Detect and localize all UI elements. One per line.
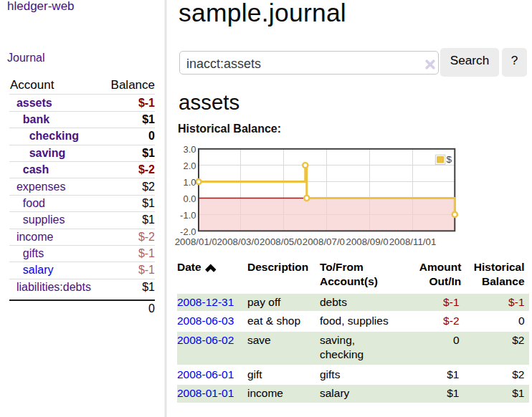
svg-text:2008/07/01: 2008/07/01 [303, 236, 351, 247]
svg-text:2008/11/01: 2008/11/01 [389, 236, 437, 247]
svg-text:2008/01/01: 2008/01/01 [175, 236, 223, 247]
svg-text:2008/03/01: 2008/03/01 [217, 236, 265, 247]
svg-text:-2.0: -2.0 [180, 226, 196, 237]
svg-text:2008/05/01: 2008/05/01 [260, 236, 308, 247]
svg-text:3.0: 3.0 [183, 144, 196, 155]
svg-text:2.0: 2.0 [183, 160, 196, 171]
svg-text:0.0: 0.0 [183, 193, 196, 204]
svg-text:2008/09/01: 2008/09/01 [346, 236, 394, 247]
svg-text:1.0: 1.0 [183, 177, 196, 188]
svg-text:$: $ [447, 154, 452, 165]
svg-text:-1.0: -1.0 [180, 210, 196, 221]
